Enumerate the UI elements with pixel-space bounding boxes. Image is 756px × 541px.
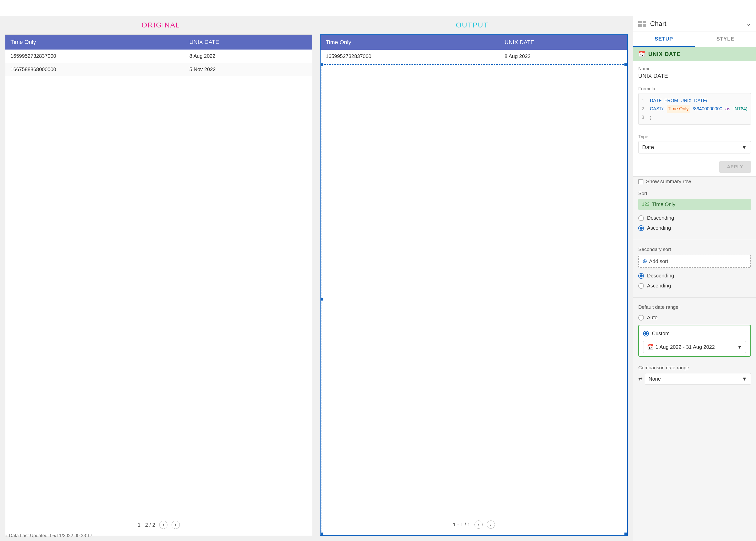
ascending-radio[interactable] — [638, 225, 644, 231]
output-cell: 1659952732837000 — [321, 50, 500, 63]
table-row: 1659952732837000 8 Aug 2022 — [321, 50, 627, 63]
type-label: Type — [638, 134, 751, 140]
original-cell: 5 Nov 2022 — [184, 63, 312, 76]
code-block: 1 DATE_FROM_UNIX_DATE( 2 CAST( Time Only… — [638, 93, 751, 125]
descending-radio[interactable] — [638, 215, 644, 221]
original-table-container: Time Only UNIX DATE 1659952732837000 8 A… — [5, 34, 312, 536]
right-panel: Chart ⌄ SETUP STYLE 📅 UNIX DATE Name UNI… — [633, 16, 756, 541]
output-col-1: Time Only — [321, 35, 500, 50]
comparison-dropdown[interactable]: None ▼ — [645, 373, 751, 385]
original-cell: 8 Aug 2022 — [184, 50, 312, 63]
tab-style[interactable]: STYLE — [695, 32, 756, 47]
original-title: ORIGINAL — [5, 21, 317, 29]
chevron-down-icon: ▼ — [737, 344, 742, 350]
chevron-down-icon[interactable]: ⌄ — [746, 21, 751, 27]
output-pagination: 1 - 1 / 1 ‹ › — [449, 516, 499, 533]
apply-row: APPLY — [633, 158, 756, 177]
corner-dot-tr — [625, 63, 627, 66]
sort-icon: 123 — [642, 202, 649, 207]
unix-date-card: 📅 UNIX DATE — [633, 47, 756, 61]
tables-row: Time Only UNIX DATE 1659952732837000 8 A… — [5, 34, 628, 536]
sort-item: 123 Time Only — [638, 199, 751, 210]
section-headers: ORIGINAL OUTPUT — [5, 21, 628, 29]
code-line-3: 3 ) — [641, 113, 748, 121]
descending-radio-row[interactable]: Descending — [638, 213, 751, 223]
sort-section: Sort 123 Time Only Descending Ascending — [633, 187, 756, 237]
calendar-icon: 📅 — [638, 51, 645, 58]
code-line-1: 1 DATE_FROM_UNIX_DATE( — [641, 97, 748, 105]
custom-radio-row[interactable]: Custom — [643, 328, 746, 338]
output-next-btn[interactable]: › — [487, 520, 495, 529]
secondary-sort-label: Secondary sort — [638, 247, 751, 252]
formula-label: Formula — [638, 86, 751, 92]
output-cell: 8 Aug 2022 — [500, 50, 627, 63]
corner-dot-tl — [321, 63, 323, 66]
panel-tabs: SETUP STYLE — [633, 32, 756, 47]
prev-btn[interactable]: ‹ — [159, 521, 167, 529]
output-inner-border — [322, 64, 626, 534]
tables-area: ORIGINAL OUTPUT Time Only UNIX DATE 1659 — [0, 16, 633, 541]
code-line-2: 2 CAST( Time Only /86400000000 as INT64) — [641, 105, 748, 113]
divider-2 — [633, 297, 756, 298]
output-prev-btn[interactable]: ‹ — [474, 520, 483, 529]
date-range-dropdown[interactable]: 📅 1 Aug 2022 - 31 Aug 2022 ▼ — [643, 341, 746, 353]
tab-setup[interactable]: SETUP — [633, 32, 695, 47]
output-table-container: Time Only UNIX DATE 1659952732837000 8 A… — [320, 34, 628, 536]
corner-dot-br — [625, 533, 627, 535]
chart-label: Chart — [650, 20, 742, 28]
sec-ascending-radio[interactable] — [638, 283, 644, 289]
original-cell: 1659952732837000 — [5, 50, 184, 63]
sec-ascending-radio-row[interactable]: Ascending — [638, 281, 751, 291]
name-label: Name — [638, 66, 751, 72]
corner-dot-ml — [321, 298, 323, 300]
plus-icon: ⊕ — [642, 258, 647, 265]
custom-section: Custom 📅 1 Aug 2022 - 31 Aug 2022 ▼ — [638, 325, 751, 357]
type-select[interactable]: Date ▼ — [638, 141, 751, 154]
auto-radio-row[interactable]: Auto — [638, 312, 751, 322]
ascending-radio-row[interactable]: Ascending — [638, 223, 751, 233]
comparison-icon-row: ⇄ None ▼ — [638, 373, 751, 385]
panel-top-bar: Chart ⌄ — [633, 16, 756, 32]
original-pagination: 1 - 2 / 2 ‹ › — [133, 517, 184, 533]
unix-date-title: UNIX DATE — [648, 51, 681, 58]
sort-label: Sort — [638, 191, 751, 196]
output-col-2: UNIX DATE — [500, 35, 627, 50]
chevron-down-icon: ▼ — [742, 376, 747, 382]
main-content: ORIGINAL OUTPUT Time Only UNIX DATE 1659 — [0, 16, 756, 541]
arrows-icon: ⇄ — [638, 376, 643, 382]
original-col-1: Time Only — [5, 35, 184, 50]
summary-checkbox[interactable] — [638, 179, 643, 184]
original-table: Time Only UNIX DATE 1659952732837000 8 A… — [5, 35, 312, 76]
top-bar — [0, 0, 756, 16]
secondary-sort-section: Secondary sort ⊕ Add sort Descending Asc… — [633, 243, 756, 295]
name-value: UNIX DATE — [638, 73, 751, 82]
calendar-icon: 📅 — [647, 344, 653, 350]
info-icon: ℹ — [5, 533, 7, 538]
sec-descending-radio-row[interactable]: Descending — [638, 271, 751, 281]
output-title: OUTPUT — [317, 21, 628, 29]
output-table: Time Only UNIX DATE 1659952732837000 8 A… — [321, 35, 627, 63]
formula-panel: Name UNIX DATE Formula 1 DATE_FROM_UNIX_… — [633, 61, 756, 134]
show-summary-row: Show summary row — [633, 177, 756, 187]
original-col-2: UNIX DATE — [184, 35, 312, 50]
add-sort-button[interactable]: ⊕ Add sort — [638, 255, 751, 268]
date-range-section: Default date range: Auto Custom 📅 1 Aug — [633, 300, 756, 361]
panel-scroll: 📅 UNIX DATE Name UNIX DATE Formula 1 DAT… — [633, 47, 756, 541]
corner-dot-bl — [321, 533, 323, 535]
type-row: Type Date ▼ — [633, 134, 756, 158]
table-row: 1667588868000000 5 Nov 2022 — [5, 63, 312, 76]
grid-icon — [638, 21, 646, 27]
next-btn[interactable]: › — [171, 521, 180, 529]
date-range-label: Default date range: — [638, 304, 751, 310]
apply-button[interactable]: APPLY — [719, 161, 751, 173]
auto-radio[interactable] — [638, 315, 644, 320]
custom-radio[interactable] — [643, 331, 649, 336]
comparison-label: Comparison date range: — [638, 365, 751, 370]
data-updated: ℹ Data Last Updated: 05/11/2022 00:38:17 — [5, 533, 92, 538]
sec-descending-radio[interactable] — [638, 273, 644, 279]
table-row: 1659952732837000 8 Aug 2022 — [5, 50, 312, 63]
comparison-section: Comparison date range: ⇄ None ▼ — [633, 361, 756, 389]
original-cell: 1667588868000000 — [5, 63, 184, 76]
chevron-down-icon: ▼ — [741, 144, 747, 151]
